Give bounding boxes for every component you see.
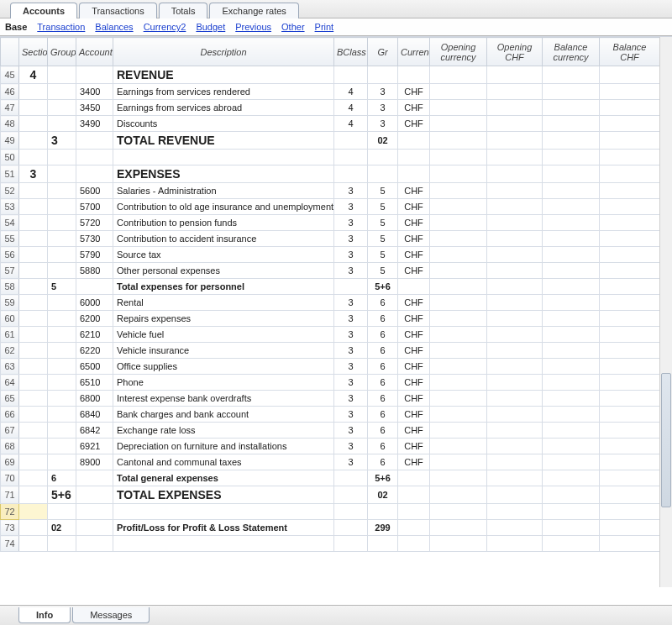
cell-currency[interactable]: CHF bbox=[398, 439, 430, 454]
cell-bclass[interactable]: 3 bbox=[334, 407, 368, 423]
cell-open_chf[interactable] bbox=[487, 100, 543, 116]
cell-bclass[interactable]: 3 bbox=[334, 263, 368, 279]
cell-rownum[interactable]: 49 bbox=[1, 132, 19, 150]
cell-group[interactable] bbox=[48, 84, 76, 100]
cell-section[interactable] bbox=[19, 359, 48, 375]
cell-bclass[interactable]: 3 bbox=[334, 183, 368, 199]
cell-open_cur[interactable] bbox=[430, 116, 487, 132]
cell-currency[interactable]: CHF bbox=[398, 343, 430, 359]
cell-currency[interactable]: CHF bbox=[398, 247, 430, 263]
cell-open_cur[interactable] bbox=[430, 486, 487, 504]
cell-account[interactable]: 5600 bbox=[76, 183, 113, 199]
cell-rownum[interactable]: 62 bbox=[1, 343, 19, 359]
cell-bclass[interactable]: 3 bbox=[334, 359, 368, 375]
cell-bclass[interactable]: 3 bbox=[334, 247, 368, 263]
table-row[interactable]: 606200Repairs expenses36CHF bbox=[1, 311, 660, 327]
cell-open_cur[interactable] bbox=[430, 295, 487, 311]
table-row[interactable]: 525600Salaries - Administration35CHF bbox=[1, 183, 660, 199]
cell-open_cur[interactable] bbox=[430, 470, 487, 486]
cell-gr[interactable]: 02 bbox=[368, 132, 398, 150]
cell-open_chf[interactable] bbox=[487, 486, 543, 504]
cell-currency[interactable]: CHF bbox=[398, 183, 430, 199]
cell-group[interactable] bbox=[48, 231, 76, 247]
table-row[interactable]: 646510Phone36CHF bbox=[1, 375, 660, 391]
cell-bclass[interactable]: 3 bbox=[334, 231, 368, 247]
cell-bal_cur[interactable] bbox=[543, 295, 600, 311]
cell-gr[interactable]: 6 bbox=[368, 311, 398, 327]
cell-description[interactable]: Discounts bbox=[113, 116, 334, 132]
table-row[interactable]: 493TOTAL REVENUE02 bbox=[1, 132, 660, 150]
cell-group[interactable] bbox=[48, 116, 76, 132]
table-row[interactable]: 74 bbox=[1, 536, 660, 552]
cell-bal_chf[interactable] bbox=[600, 150, 660, 165]
cell-rownum[interactable]: 57 bbox=[1, 263, 19, 279]
cell-description[interactable]: EXPENSES bbox=[113, 165, 334, 183]
cell-gr[interactable]: 02 bbox=[368, 486, 398, 504]
cell-open_chf[interactable] bbox=[487, 263, 543, 279]
cell-bclass[interactable] bbox=[334, 132, 368, 150]
table-row[interactable]: 555730Contribution to accident insurance… bbox=[1, 231, 660, 247]
cell-bal_chf[interactable] bbox=[600, 391, 660, 407]
top-tab-exchange-rates[interactable]: Exchange rates bbox=[209, 3, 298, 18]
cell-rownum[interactable]: 50 bbox=[1, 150, 19, 165]
cell-open_chf[interactable] bbox=[487, 295, 543, 311]
cell-bal_cur[interactable] bbox=[543, 84, 600, 100]
cell-gr[interactable]: 5+6 bbox=[368, 470, 398, 486]
cell-open_chf[interactable] bbox=[487, 66, 543, 84]
cell-bclass[interactable]: 3 bbox=[334, 454, 368, 470]
vertical-scrollbar[interactable] bbox=[659, 37, 672, 587]
cell-bal_chf[interactable] bbox=[600, 279, 660, 295]
cell-section[interactable] bbox=[19, 520, 48, 536]
cell-rownum[interactable]: 69 bbox=[1, 454, 19, 470]
cell-account[interactable]: 5730 bbox=[76, 231, 113, 247]
table-row[interactable]: 7302Profit/Loss for Profit & Loss Statem… bbox=[1, 520, 660, 536]
table-row[interactable]: 626220Vehicle insurance36CHF bbox=[1, 343, 660, 359]
cell-gr[interactable] bbox=[368, 66, 398, 84]
cell-description[interactable]: Repairs expenses bbox=[113, 311, 334, 327]
table-row[interactable]: 656800Interest expense bank overdrafts36… bbox=[1, 391, 660, 407]
cell-rownum[interactable]: 45 bbox=[1, 66, 19, 84]
cell-open_chf[interactable] bbox=[487, 359, 543, 375]
cell-bal_cur[interactable] bbox=[543, 343, 600, 359]
cell-bal_chf[interactable] bbox=[600, 295, 660, 311]
cell-currency[interactable] bbox=[398, 470, 430, 486]
cell-currency[interactable]: CHF bbox=[398, 359, 430, 375]
cell-bal_cur[interactable] bbox=[543, 165, 600, 183]
cell-bal_cur[interactable] bbox=[543, 423, 600, 439]
cell-group[interactable] bbox=[48, 359, 76, 375]
cell-description[interactable]: Interest expense bank overdrafts bbox=[113, 391, 334, 407]
cell-currency[interactable]: CHF bbox=[398, 407, 430, 423]
cell-description[interactable]: Other personal expenses bbox=[113, 263, 334, 279]
cell-description[interactable]: Rental bbox=[113, 295, 334, 311]
cell-section[interactable] bbox=[19, 423, 48, 439]
cell-bal_cur[interactable] bbox=[543, 199, 600, 215]
table-row[interactable]: 473450Earnings from services abroad43CHF bbox=[1, 100, 660, 116]
cell-account[interactable] bbox=[76, 66, 113, 84]
cell-description[interactable] bbox=[113, 150, 334, 165]
cell-section[interactable] bbox=[19, 504, 48, 520]
cell-bal_chf[interactable] bbox=[600, 84, 660, 100]
table-row[interactable]: 483490Discounts43CHF bbox=[1, 116, 660, 132]
cell-currency[interactable]: CHF bbox=[398, 295, 430, 311]
cell-rownum[interactable]: 72 bbox=[1, 504, 19, 520]
cell-section[interactable]: 3 bbox=[19, 165, 48, 183]
cell-open_cur[interactable] bbox=[430, 66, 487, 84]
cell-account[interactable] bbox=[76, 279, 113, 295]
cell-section[interactable] bbox=[19, 327, 48, 343]
cell-account[interactable]: 6210 bbox=[76, 327, 113, 343]
cell-bal_chf[interactable] bbox=[600, 183, 660, 199]
table-row[interactable]: 676842Exchange rate loss36CHF bbox=[1, 423, 660, 439]
cell-bal_chf[interactable] bbox=[600, 311, 660, 327]
cell-gr[interactable]: 5+6 bbox=[368, 279, 398, 295]
cell-bal_chf[interactable] bbox=[600, 247, 660, 263]
cell-gr[interactable] bbox=[368, 165, 398, 183]
cell-description[interactable]: Depreciation on furniture and installati… bbox=[113, 439, 334, 454]
cell-gr[interactable]: 6 bbox=[368, 391, 398, 407]
cell-description[interactable]: Vehicle fuel bbox=[113, 327, 334, 343]
cell-bal_cur[interactable] bbox=[543, 100, 600, 116]
table-row[interactable]: 50 bbox=[1, 150, 660, 165]
cell-group[interactable] bbox=[48, 150, 76, 165]
cell-bclass[interactable]: 3 bbox=[334, 215, 368, 231]
cell-bclass[interactable]: 3 bbox=[334, 375, 368, 391]
cell-bal_cur[interactable] bbox=[543, 327, 600, 343]
